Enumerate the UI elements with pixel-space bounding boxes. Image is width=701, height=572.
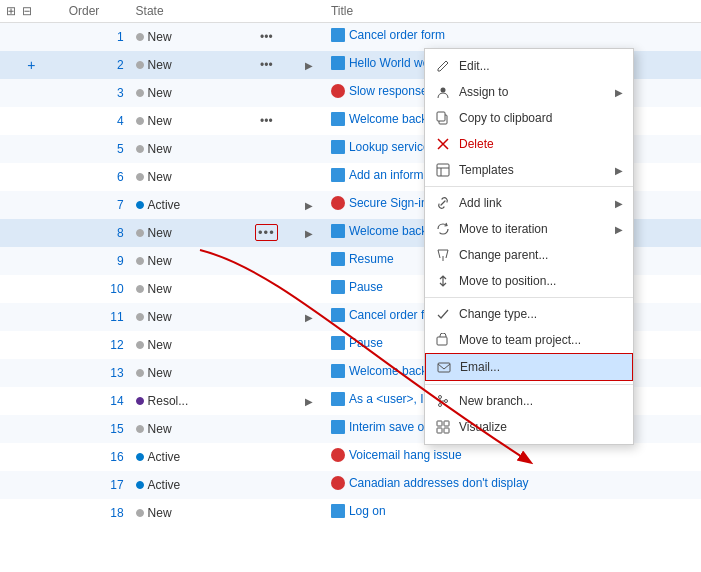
order-number[interactable]: 2 bbox=[117, 58, 124, 72]
dots-menu-button[interactable]: ••• bbox=[260, 58, 273, 72]
order-number[interactable]: 10 bbox=[110, 282, 123, 296]
order-number[interactable]: 11 bbox=[110, 310, 123, 324]
order-cell[interactable]: 13 bbox=[63, 359, 130, 387]
order-number[interactable]: 4 bbox=[117, 114, 124, 128]
header-title: Title bbox=[325, 0, 701, 23]
order-number[interactable]: 15 bbox=[110, 422, 123, 436]
order-number[interactable]: 3 bbox=[117, 86, 124, 100]
plus-cell: + bbox=[0, 51, 63, 79]
order-cell[interactable]: 7 bbox=[63, 191, 130, 219]
dots-cell bbox=[239, 135, 293, 163]
menu-item-edit[interactable]: Edit... bbox=[425, 53, 633, 79]
order-number[interactable]: 8 bbox=[117, 226, 124, 240]
order-number[interactable]: 13 bbox=[110, 366, 123, 380]
dots-cell bbox=[239, 359, 293, 387]
header-dots bbox=[239, 0, 293, 23]
work-item-title[interactable]: Pause bbox=[331, 336, 383, 350]
order-cell[interactable]: 14 bbox=[63, 387, 130, 415]
work-item-title[interactable]: Cancel order form bbox=[331, 28, 445, 42]
menu-item-email[interactable]: Email... bbox=[425, 353, 633, 381]
state-badge: New bbox=[136, 254, 172, 268]
menu-item-visualize[interactable]: Visualize bbox=[425, 414, 633, 440]
expand-arrow-icon[interactable]: ▶ bbox=[305, 312, 313, 323]
order-cell[interactable]: 18 bbox=[63, 499, 130, 527]
order-cell[interactable]: 4 bbox=[63, 107, 130, 135]
order-cell[interactable]: 6 bbox=[63, 163, 130, 191]
order-cell[interactable]: 8 bbox=[63, 219, 130, 247]
state-label: New bbox=[148, 226, 172, 240]
title-text: Pause bbox=[349, 336, 383, 350]
order-number[interactable]: 16 bbox=[110, 450, 123, 464]
order-number[interactable]: 7 bbox=[117, 198, 124, 212]
menu-item-templates[interactable]: Templates▶ bbox=[425, 157, 633, 183]
order-number[interactable]: 14 bbox=[110, 394, 123, 408]
menu-item-change_type[interactable]: Change type... bbox=[425, 301, 633, 327]
order-cell[interactable]: 9 bbox=[63, 247, 130, 275]
menu-item-assign_to[interactable]: Assign to▶ bbox=[425, 79, 633, 105]
order-cell[interactable]: 2 bbox=[63, 51, 130, 79]
order-number[interactable]: 17 bbox=[110, 478, 123, 492]
state-label: New bbox=[148, 86, 172, 100]
menu-item-move_iteration[interactable]: Move to iteration▶ bbox=[425, 216, 633, 242]
dots-cell bbox=[239, 499, 293, 527]
submenu-arrow-icon: ▶ bbox=[615, 87, 623, 98]
expand-arrow-icon[interactable]: ▶ bbox=[305, 200, 313, 211]
expand-arrow-icon[interactable]: ▶ bbox=[305, 228, 313, 239]
menu-item-new_branch[interactable]: New branch... bbox=[425, 388, 633, 414]
order-number[interactable]: 18 bbox=[110, 506, 123, 520]
order-number[interactable]: 1 bbox=[117, 30, 124, 44]
menu-item-delete[interactable]: Delete bbox=[425, 131, 633, 157]
menu-item-add_link[interactable]: Add link▶ bbox=[425, 190, 633, 216]
order-cell[interactable]: 17 bbox=[63, 471, 130, 499]
table-header-row: ⊞ ⊟ Order State Title bbox=[0, 0, 701, 23]
dots-menu-button[interactable]: ••• bbox=[260, 114, 273, 128]
order-number[interactable]: 6 bbox=[117, 170, 124, 184]
order-number[interactable]: 12 bbox=[110, 338, 123, 352]
order-number[interactable]: 5 bbox=[117, 142, 124, 156]
order-cell[interactable]: 12 bbox=[63, 331, 130, 359]
order-cell[interactable]: 16 bbox=[63, 443, 130, 471]
plus-cell bbox=[0, 247, 63, 275]
order-cell[interactable]: 1 bbox=[63, 23, 130, 51]
expand-arrow-icon[interactable]: ▶ bbox=[305, 396, 313, 407]
svg-point-0 bbox=[441, 88, 446, 93]
work-item-title[interactable]: Log on bbox=[331, 504, 386, 518]
plus-cell bbox=[0, 499, 63, 527]
menu-item-copy_clipboard[interactable]: Copy to clipboard bbox=[425, 105, 633, 131]
dots-menu-button[interactable]: ••• bbox=[255, 224, 278, 241]
story-icon bbox=[331, 224, 345, 238]
order-cell[interactable]: 11 bbox=[63, 303, 130, 331]
story-icon bbox=[331, 504, 345, 518]
dots-cell: ••• bbox=[239, 107, 293, 135]
menu-item-label-move_team: Move to team project... bbox=[459, 333, 623, 347]
grid-icon[interactable]: ⊞ bbox=[6, 4, 16, 18]
order-cell[interactable]: 10 bbox=[63, 275, 130, 303]
state-dot bbox=[136, 481, 144, 489]
order-cell[interactable]: 15 bbox=[63, 415, 130, 443]
expand-icon[interactable]: ⊟ bbox=[22, 4, 32, 18]
dots-menu-button[interactable]: ••• bbox=[260, 30, 273, 44]
menu-item-move_team[interactable]: Move to team project... bbox=[425, 327, 633, 353]
order-cell[interactable]: 3 bbox=[63, 79, 130, 107]
work-item-title[interactable]: Welcome back bbox=[331, 224, 427, 238]
work-item-title[interactable]: Secure Sign-in bbox=[331, 196, 428, 210]
state-badge: New bbox=[136, 114, 172, 128]
dots-cell bbox=[239, 471, 293, 499]
menu-item-change_parent[interactable]: Change parent... bbox=[425, 242, 633, 268]
expand-arrow-icon[interactable]: ▶ bbox=[305, 60, 313, 71]
menu-item-label-change_parent: Change parent... bbox=[459, 248, 623, 262]
header-col-icons: ⊞ ⊟ bbox=[0, 0, 63, 23]
state-cell: New bbox=[130, 219, 240, 247]
plus-cell bbox=[0, 359, 63, 387]
order-cell[interactable]: 5 bbox=[63, 135, 130, 163]
work-item-title[interactable]: Voicemail hang issue bbox=[331, 448, 462, 462]
work-item-title[interactable]: Resume bbox=[331, 252, 394, 266]
order-number[interactable]: 9 bbox=[117, 254, 124, 268]
state-cell: New bbox=[130, 499, 240, 527]
work-item-title[interactable]: Pause bbox=[331, 280, 383, 294]
plus-button[interactable]: + bbox=[25, 57, 37, 73]
title-text: Pause bbox=[349, 280, 383, 294]
state-cell: Active bbox=[130, 471, 240, 499]
work-item-title[interactable]: Canadian addresses don't display bbox=[331, 476, 529, 490]
menu-item-move_position[interactable]: Move to position... bbox=[425, 268, 633, 294]
